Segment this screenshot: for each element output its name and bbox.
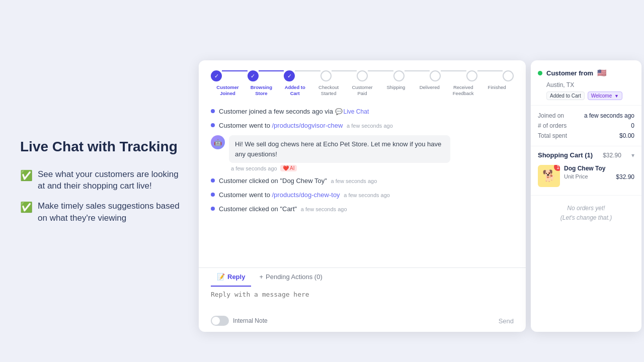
ai-message-row: 🤖 Hi! We sell dog chews here at Echo Pet… — [211, 135, 514, 171]
label-received-feedback: ReceivedFeedback — [446, 84, 480, 97]
step-circle-7 — [430, 70, 441, 81]
step-shipping — [393, 70, 405, 81]
step-received-feedback — [466, 70, 477, 81]
dog-chew-link[interactable]: /products/dog-chew-toy — [272, 191, 340, 199]
reply-input[interactable] — [211, 291, 514, 309]
internal-note-label: Internal Note — [233, 317, 268, 324]
ai-time: a few seconds ago — [231, 165, 277, 171]
step-circle-9 — [503, 70, 514, 81]
step-circle-6 — [393, 70, 405, 81]
event-click-cart: Customer clicked on "Cart" a few seconds… — [211, 205, 514, 214]
ai-avatar: 🤖 — [211, 135, 225, 149]
added-to-cart-badge: Added to Cart — [546, 92, 585, 100]
connector-4 — [332, 70, 357, 71]
badge-chevron-icon: ▼ — [614, 94, 619, 99]
label-customer-joined: CustomerJoined — [211, 84, 245, 97]
customer-info-row: Customer from 🇺🇸 — [538, 68, 634, 77]
event-dog-chew-toy: Customer went to /products/dog-chew-toy … — [211, 191, 514, 200]
event-click-toy: Customer clicked on "Dog Chew Toy" a few… — [211, 176, 514, 186]
label-shipping: Shipping — [379, 84, 413, 97]
step-browsing-store: ✓ — [248, 70, 259, 81]
send-button[interactable]: Send — [499, 317, 514, 325]
event-dot-3 — [211, 178, 215, 183]
connector-8 — [477, 70, 503, 71]
stat-spent: Total spent $0.00 — [538, 131, 634, 141]
ai-badge: ❤️ AI — [280, 165, 297, 171]
cart-title: Shopping Cart (1) — [538, 151, 593, 159]
pending-actions-tab[interactable]: + Pending Actions (0) — [253, 268, 328, 287]
event-dot-4 — [211, 193, 215, 197]
live-chat-label: Live Chat — [344, 108, 369, 116]
badge-row: Added to Cart Welcome ▼ — [546, 92, 634, 100]
connector-2 — [259, 70, 284, 71]
event-text-click-toy: Customer clicked on "Dog Chew Toy" a few… — [219, 176, 377, 186]
ai-message-content: Hi! We sell dog chews here at Echo Pet S… — [229, 135, 450, 171]
step-finished — [503, 70, 514, 81]
connector-1 — [222, 70, 248, 71]
ai-bubble: Hi! We sell dog chews here at Echo Pet S… — [229, 135, 450, 163]
customer-header: Customer from 🇺🇸 Austin, TX Added to Car… — [531, 60, 641, 106]
cart-header-row: Shopping Cart (1) $32.90 ▾ — [538, 151, 634, 159]
event-time-3: a few seconds ago — [331, 178, 377, 184]
customer-from-label: Customer from — [546, 69, 593, 77]
feature-text-1: See what your customers are looking at a… — [38, 168, 184, 193]
stat-joined: Joined on a few seconds ago — [538, 111, 634, 121]
label-checkout-started: CheckoutStarted — [312, 84, 346, 97]
event-joined: Customer joined a few seconds ago via 💬 … — [211, 107, 514, 116]
event-dot-5 — [211, 207, 215, 211]
unit-price-val: $32.90 — [616, 173, 634, 180]
event-text-joined: Customer joined a few seconds ago via 💬 … — [219, 107, 369, 116]
online-dot — [538, 71, 542, 75]
right-panel: Customer from 🇺🇸 Austin, TX Added to Car… — [531, 60, 641, 332]
step-circle-8 — [466, 70, 477, 81]
cart-chevron-icon[interactable]: ▾ — [631, 152, 634, 159]
toggle-row: Internal Note — [211, 316, 268, 326]
reply-tab[interactable]: 📝 Reply — [211, 268, 251, 287]
stat-orders: # of orders 0 — [538, 121, 634, 131]
event-dot-2 — [211, 123, 215, 127]
orders-val: 0 — [631, 122, 634, 129]
reply-input-area — [199, 287, 526, 313]
connector-5 — [368, 70, 393, 71]
label-added-to-cart: Added toCart — [278, 84, 312, 97]
reply-icon: 📝 — [217, 273, 225, 281]
event-time-2: a few seconds ago — [347, 123, 393, 129]
cart-item-row: 🐕 1 Dog Chew Toy Unit Price $32.90 — [538, 162, 634, 190]
cart-item-image: 🐕 1 — [538, 165, 560, 187]
bottom-bar: Internal Note Send — [199, 313, 526, 332]
orders-label: # of orders — [538, 122, 567, 129]
cart-item-price-row: Unit Price $32.90 — [564, 173, 634, 180]
chat-area: Customer joined a few seconds ago via 💬 … — [199, 103, 526, 267]
step-customer-paid — [357, 70, 368, 81]
label-browsing-store: BrowsingStore — [245, 84, 278, 97]
check-icon-1: ✅ — [20, 169, 33, 182]
label-finished: Finished — [480, 84, 514, 97]
feature-item-1: ✅ See what your customers are looking at… — [20, 168, 184, 193]
toggle-knob — [212, 317, 220, 325]
unit-price-label: Unit Price — [564, 173, 588, 180]
event-dot-1 — [211, 109, 215, 113]
dogvisor-link[interactable]: /products/dogvisor-chew — [272, 122, 343, 129]
step-circle-5 — [357, 70, 368, 81]
label-delivered: Delivered — [413, 84, 446, 97]
progress-bar: ✓ ✓ ✓ — [199, 60, 526, 103]
event-text-dogvisor: Customer went to /products/dogvisor-chew… — [219, 121, 393, 130]
step-labels-row: CustomerJoined BrowsingStore Added toCar… — [211, 81, 514, 103]
event-text-click-cart: Customer clicked on "Cart" a few seconds… — [219, 205, 347, 214]
connector-7 — [441, 70, 466, 71]
plus-icon: + — [259, 273, 263, 281]
step-circle-1: ✓ — [211, 70, 222, 81]
flag-icon: 🇺🇸 — [597, 68, 607, 77]
step-checkout-started — [320, 70, 332, 81]
cart-item-details: Dog Chew Toy Unit Price $32.90 — [564, 165, 634, 187]
step-customer-joined: ✓ — [211, 70, 222, 81]
step-circle-4 — [320, 70, 332, 81]
connector-6 — [405, 70, 430, 71]
joined-label: Joined on — [538, 112, 564, 119]
step-added-to-cart: ✓ — [284, 70, 295, 81]
internal-note-toggle[interactable] — [211, 316, 229, 326]
step-circle-3: ✓ — [284, 70, 295, 81]
live-chat-icon: 💬 Live Chat — [335, 108, 369, 116]
step-circle-2: ✓ — [248, 70, 259, 81]
spent-val: $0.00 — [619, 132, 634, 139]
